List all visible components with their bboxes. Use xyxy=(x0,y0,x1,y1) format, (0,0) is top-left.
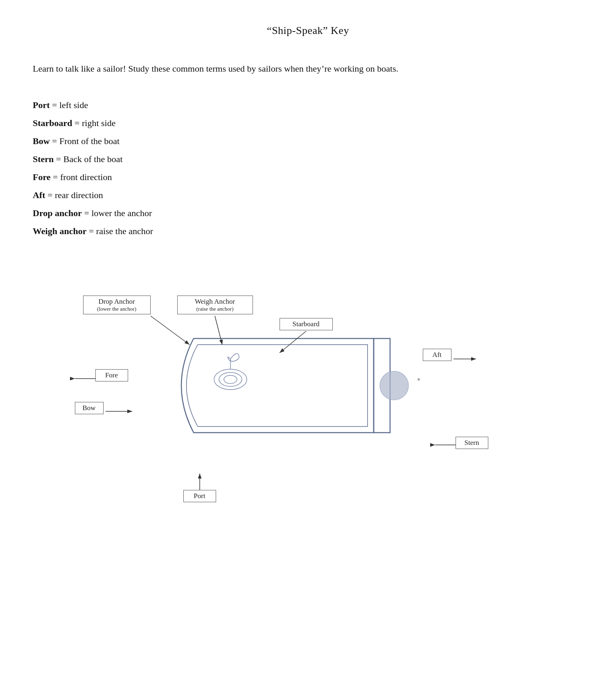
term-drop-anchor: Drop anchor = lower the anchor xyxy=(33,204,583,222)
svg-point-3 xyxy=(224,375,237,384)
label-starboard: Starboard xyxy=(280,318,333,330)
svg-point-5 xyxy=(380,371,408,400)
term-stern: Stern = Back of the boat xyxy=(33,150,583,168)
label-stern: Stern xyxy=(456,437,488,449)
svg-point-2 xyxy=(219,372,242,386)
label-weigh-anchor: Weigh Anchor (raise the anchor) xyxy=(177,296,253,314)
label-fore: Fore xyxy=(95,369,128,381)
label-aft: Aft xyxy=(423,349,451,361)
term-aft: Aft = rear direction xyxy=(33,186,583,204)
term-bow: Bow = Front of the boat xyxy=(33,132,583,150)
label-drop-anchor: Drop Anchor (lower the anchor) xyxy=(83,296,151,314)
svg-point-6 xyxy=(417,378,420,381)
term-port: Port = left side xyxy=(33,96,583,114)
diagram-container: Drop Anchor (lower the anchor) Weigh Anc… xyxy=(63,273,554,519)
term-starboard: Starboard = right side xyxy=(33,114,583,132)
label-port: Port xyxy=(183,490,216,502)
intro-text: Learn to talk like a sailor! Study these… xyxy=(33,61,483,76)
term-weigh-anchor: Weigh anchor = raise the anchor xyxy=(33,222,583,240)
term-fore: Fore = front direction xyxy=(33,168,583,186)
terms-list: Port = left side Starboard = right side … xyxy=(33,96,583,240)
page-title: “Ship-Speak” Key xyxy=(33,25,583,37)
label-bow: Bow xyxy=(75,402,104,414)
